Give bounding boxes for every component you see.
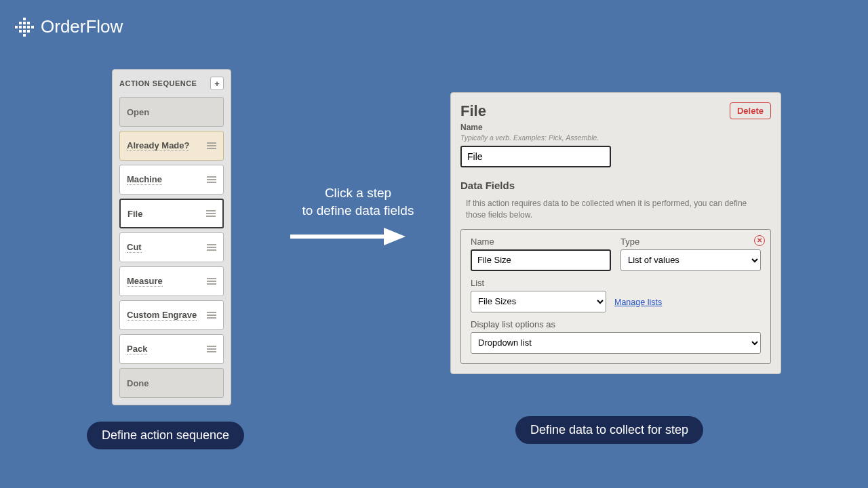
step-already-made[interactable]: Already Made?: [119, 131, 224, 161]
drag-handle-icon[interactable]: [207, 244, 216, 251]
step-custom-engrave[interactable]: Custom Engrave: [119, 300, 224, 330]
step-label: Machine: [127, 174, 162, 185]
svg-rect-4: [15, 26, 18, 28]
data-field-card: ✕ Name Type List of values List File Siz…: [460, 229, 771, 364]
drag-handle-icon[interactable]: [207, 346, 216, 352]
manage-lists-link[interactable]: Manage lists: [614, 298, 662, 312]
svg-rect-10: [23, 30, 26, 33]
brand-name: OrderFlow: [41, 16, 123, 37]
svg-rect-9: [19, 30, 22, 33]
arrow-icon: [290, 226, 406, 249]
caption-right: Define data to collect for step: [515, 416, 703, 444]
step-label: Cut: [127, 242, 142, 253]
svg-rect-8: [31, 26, 34, 28]
step-measure[interactable]: Measure: [119, 266, 224, 296]
name-hint: Typically a verb. Examples: Pick, Assemb…: [460, 134, 771, 142]
field-name-label: Name: [471, 237, 611, 247]
step-label: Done: [127, 378, 149, 388]
svg-rect-0: [23, 18, 26, 20]
drag-handle-icon[interactable]: [207, 142, 216, 149]
field-list-select[interactable]: File Sizes: [471, 291, 606, 312]
step-label: Custom Engrave: [127, 310, 197, 321]
delete-button[interactable]: Delete: [730, 102, 771, 119]
svg-rect-6: [23, 26, 26, 28]
drag-handle-icon[interactable]: [207, 278, 216, 285]
step-detail-panel: File Delete Name Typically a verb. Examp…: [450, 92, 781, 374]
svg-rect-12: [23, 34, 26, 37]
logo-icon: [15, 18, 34, 37]
add-step-button[interactable]: +: [210, 77, 224, 90]
drag-handle-icon[interactable]: [207, 176, 216, 183]
step-cut[interactable]: Cut: [119, 232, 224, 262]
name-label: Name: [460, 123, 771, 132]
svg-rect-7: [27, 26, 30, 28]
step-label: Pack: [127, 344, 147, 354]
svg-rect-2: [23, 22, 26, 24]
remove-field-button[interactable]: ✕: [754, 235, 765, 246]
svg-rect-1: [19, 22, 22, 24]
svg-rect-3: [27, 22, 30, 24]
step-label: Measure: [127, 276, 163, 287]
instruction-text: Click a step to define data fields: [270, 184, 446, 219]
brand-logo: OrderFlow: [15, 16, 123, 37]
field-list-label: List: [471, 278, 606, 288]
detail-heading: File: [460, 102, 486, 120]
field-display-label: Display list options as: [471, 319, 761, 329]
step-file[interactable]: File: [119, 199, 224, 228]
caption-left: Define action sequence: [87, 422, 244, 449]
svg-rect-11: [27, 30, 30, 33]
field-name-input[interactable]: [471, 249, 611, 271]
drag-handle-icon[interactable]: [207, 312, 216, 319]
instruction-line2: to define data fields: [302, 203, 414, 218]
step-label: File: [127, 209, 142, 219]
step-open[interactable]: Open: [119, 97, 224, 127]
field-type-label: Type: [620, 237, 761, 247]
data-fields-heading: Data Fields: [460, 180, 771, 191]
field-display-select[interactable]: Dropdown list: [471, 332, 761, 354]
svg-rect-5: [19, 26, 22, 28]
step-label: Already Made?: [127, 140, 189, 151]
instruction-line1: Click a step: [325, 186, 391, 200]
action-sequence-title: ACTION SEQUENCE: [119, 79, 197, 87]
step-pack[interactable]: Pack: [119, 334, 224, 364]
step-name-input[interactable]: [460, 146, 611, 167]
svg-marker-14: [384, 228, 406, 245]
data-fields-description: If this action requires data to be colle…: [460, 198, 771, 221]
step-label: Open: [127, 107, 149, 117]
action-sequence-panel: ACTION SEQUENCE + Open Already Made? Mac…: [112, 69, 231, 405]
field-type-select[interactable]: List of values: [620, 249, 761, 271]
drag-handle-icon[interactable]: [206, 210, 216, 217]
step-machine[interactable]: Machine: [119, 165, 224, 195]
step-done[interactable]: Done: [119, 368, 224, 398]
